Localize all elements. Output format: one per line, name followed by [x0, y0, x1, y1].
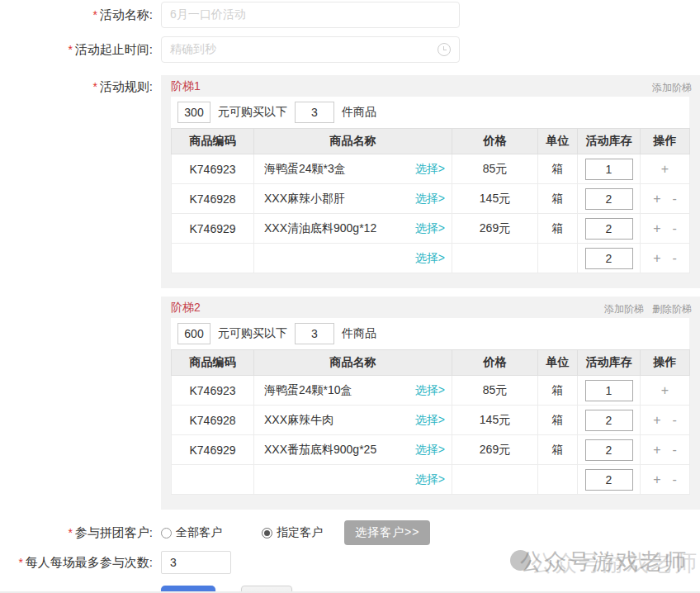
column-header: 商品名称: [254, 129, 452, 154]
product-price-cell: 145元: [452, 184, 538, 214]
add-tier-link[interactable]: 添加阶梯: [604, 303, 644, 315]
product-code-cell: K746929: [172, 435, 254, 465]
product-row: K746928 XXX麻辣牛肉 选择> 145元 箱 2 +-: [172, 406, 690, 435]
increase-stock-button[interactable]: +: [653, 472, 660, 487]
increase-stock-button[interactable]: +: [653, 192, 660, 206]
tier-threshold-row: 600 元可购买以下 3 件商品: [171, 318, 689, 349]
product-name: 海鸭蛋24颗*10盒: [264, 383, 352, 398]
product-code-cell: [172, 244, 254, 273]
tier-panel: 阶梯2 添加阶梯删除阶梯 600 元可购买以下 3 件商品 商品编码商品名称价格…: [161, 296, 700, 510]
product-name: XXX麻辣牛肉: [264, 413, 333, 428]
increase-stock-button[interactable]: +: [661, 383, 669, 398]
stock-input[interactable]: 1: [585, 159, 633, 180]
tier-amount-input[interactable]: 300: [177, 102, 210, 123]
column-header: 操作: [641, 350, 690, 376]
stock-input[interactable]: 2: [585, 248, 633, 269]
stock-input[interactable]: 1: [585, 380, 633, 401]
activity-time-placeholder: 精确到秒: [170, 42, 216, 57]
tier-count-suffix-text: 件商品: [342, 326, 376, 341]
product-unit-cell: [538, 465, 578, 495]
column-header: 商品编码: [172, 129, 254, 154]
stock-input[interactable]: 2: [585, 439, 633, 461]
stock-input[interactable]: 2: [585, 469, 633, 491]
select-product-link[interactable]: 选择>: [415, 162, 445, 177]
product-row: K746929 XXX番茄底料900g*25 选择> 269元 箱 2 +-: [172, 435, 690, 465]
product-price-cell: 269元: [452, 214, 538, 244]
product-name: XXX番茄底料900g*25: [264, 443, 376, 458]
product-price-cell: [452, 465, 538, 495]
select-customers-button[interactable]: 选择客户>>: [344, 520, 430, 545]
product-price-cell: 85元: [452, 376, 538, 406]
tier-amount-mid-text: 元可购买以下: [218, 326, 287, 341]
product-row: K746928 XXX麻辣小郡肝 选择> 145元 箱 2 +-: [172, 184, 690, 214]
product-code-cell: K746928: [172, 184, 254, 214]
product-code-cell: [172, 465, 254, 495]
column-header: 活动库存: [578, 129, 641, 154]
stock-input[interactable]: 2: [585, 410, 633, 431]
select-product-link[interactable]: 选择>: [415, 443, 445, 458]
radio-all-customers-label: 全部客户: [176, 525, 222, 540]
tier-panel: 阶梯1 添加阶梯 300 元可购买以下 3 件商品 商品编码商品名称价格单位活动…: [161, 75, 700, 288]
product-ops-cell: +-: [641, 435, 690, 465]
decrease-stock-button[interactable]: -: [673, 472, 677, 487]
product-unit-cell: 箱: [538, 406, 578, 435]
max-join-times-input[interactable]: 3: [161, 551, 231, 574]
radio-all-customers[interactable]: 全部客户: [161, 525, 222, 540]
increase-stock-button[interactable]: +: [653, 443, 660, 458]
select-product-link[interactable]: 选择>: [415, 472, 445, 487]
product-name: 海鸭蛋24颗*3盒: [264, 162, 346, 177]
join-customers-row: *参与拼团客户: 全部客户 指定客户 选择客户>>: [0, 521, 700, 544]
product-ops-cell: +-: [641, 465, 690, 495]
product-price-cell: [452, 244, 538, 273]
select-product-link[interactable]: 选择>: [415, 221, 445, 236]
radio-icon[interactable]: [262, 528, 272, 538]
stock-input[interactable]: 2: [585, 218, 633, 240]
tier-threshold-row: 300 元可购买以下 3 件商品: [171, 97, 689, 128]
product-code-cell: K746923: [172, 376, 254, 406]
increase-stock-button[interactable]: +: [653, 251, 660, 266]
column-header: 价格: [452, 129, 538, 154]
select-product-link[interactable]: 选择>: [415, 383, 445, 398]
activity-name-input[interactable]: 6月一口价活动: [161, 2, 460, 28]
activity-time-input[interactable]: 精确到秒: [161, 36, 460, 63]
tier-header: 阶梯1 添加阶梯: [161, 75, 700, 97]
radio-icon[interactable]: [161, 528, 172, 538]
product-row: 选择> 2 +-: [172, 244, 690, 273]
product-name: XXX麻辣小郡肝: [264, 192, 345, 206]
tier-count-input[interactable]: 3: [295, 323, 334, 344]
product-ops-cell: +: [641, 154, 690, 184]
tier-count-input[interactable]: 3: [295, 102, 334, 123]
decrease-stock-button[interactable]: -: [673, 413, 677, 428]
tier-header: 阶梯2 添加阶梯删除阶梯: [161, 296, 700, 318]
column-header: 单位: [538, 129, 578, 154]
tier-amount-input[interactable]: 600: [177, 323, 210, 344]
product-code-cell: K746923: [172, 154, 254, 184]
decrease-stock-button[interactable]: -: [673, 251, 677, 266]
create-activity-form: *活动名称: 6月一口价活动 *活动起止时间: 精确到秒 *活动规则: 阶梯1 …: [0, 0, 700, 593]
product-ops-cell: +-: [641, 214, 690, 244]
product-unit-cell: [538, 244, 578, 273]
required-asterisk: *: [18, 556, 22, 569]
select-product-link[interactable]: 选择>: [415, 192, 445, 206]
activity-name-label: *活动名称:: [0, 7, 153, 23]
decrease-stock-button[interactable]: -: [673, 221, 677, 236]
column-header: 商品名称: [254, 350, 452, 376]
decrease-stock-button[interactable]: -: [673, 192, 677, 206]
stock-input[interactable]: 2: [585, 188, 633, 210]
increase-stock-button[interactable]: +: [653, 221, 660, 236]
product-row: K746923 海鸭蛋24颗*10盒 选择> 85元 箱 1 +: [172, 376, 690, 406]
increase-stock-button[interactable]: +: [661, 162, 669, 177]
products-table-header-row: 商品编码商品名称价格单位活动库存操作: [172, 129, 690, 154]
add-tier-link[interactable]: 添加阶梯: [652, 82, 692, 93]
increase-stock-button[interactable]: +: [653, 413, 660, 428]
select-product-link[interactable]: 选择>: [415, 413, 445, 428]
remove-tier-link[interactable]: 删除阶梯: [652, 303, 692, 315]
clock-icon: [438, 43, 451, 56]
activity-time-row: *活动起止时间: 精确到秒: [0, 37, 700, 62]
decrease-stock-button[interactable]: -: [673, 443, 677, 458]
radio-specified-customers[interactable]: 指定客户: [262, 525, 323, 540]
select-product-link[interactable]: 选择>: [415, 251, 445, 266]
product-unit-cell: 箱: [538, 154, 578, 184]
product-ops-cell: +-: [641, 244, 690, 273]
max-join-times-row: *每人每场最多参与次数: 3: [0, 551, 700, 574]
